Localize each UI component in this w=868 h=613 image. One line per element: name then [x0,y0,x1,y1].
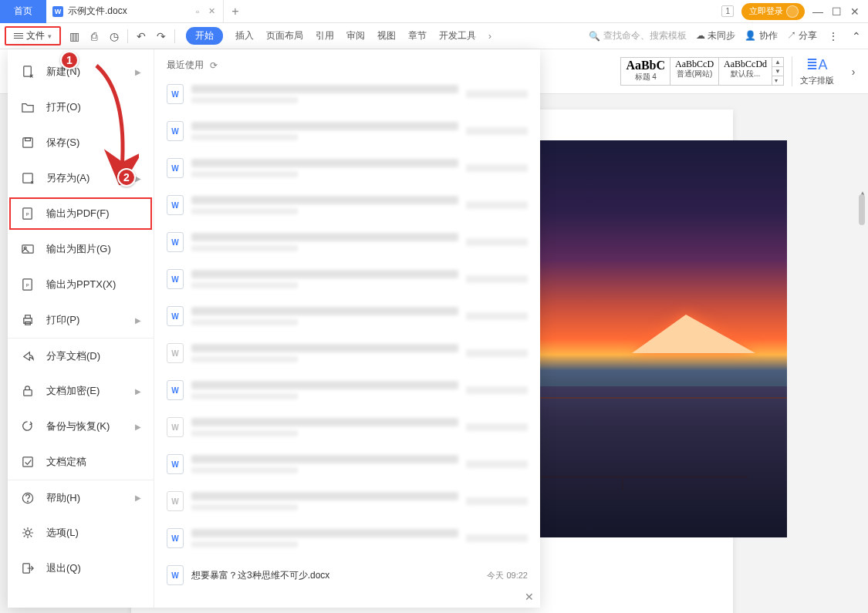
ribbon-tab-视图[interactable]: 视图 [377,29,396,42]
ribbon-tab-开发工具[interactable]: 开发工具 [439,29,476,42]
search-placeholder: 查找命令、搜索模板 [603,29,687,42]
style-普通(网站)[interactable]: AaBbCcD普通(网站) [670,58,719,85]
redo-icon[interactable]: ↷ [154,30,168,42]
ribbon-more-icon[interactable]: › [846,66,860,78]
recent-files-panel: 最近使用 ⟳ WWWWWWWWWWWWWW想要暴富？这3种思维不可少.docx今… [154,49,540,608]
ribbon-tab-审阅[interactable]: 审阅 [346,29,365,42]
annotation-badge-1: 1 [60,51,79,69]
share-button[interactable]: ↗ 分享 [787,29,817,42]
cloud-icon: ☁ [696,30,705,41]
login-label: 立即登录 [749,5,783,17]
file-menu-pptx[interactable]: P输出为PPTX(X) [8,267,154,302]
home-tab[interactable]: 首页 [0,0,46,23]
typeset-label: 文字排版 [800,75,834,86]
quick-preview-icon[interactable]: ◷ [107,30,121,42]
add-tab-button[interactable]: + [224,5,247,19]
window-close-button[interactable]: ✕ [849,5,860,18]
recent-file-item[interactable]: W [164,78,531,110]
command-search[interactable]: 🔍 查找命令、搜索模板 [589,29,687,42]
svg-text:P: P [26,212,29,217]
recent-file-item[interactable]: W [164,152,531,184]
help-icon [20,491,35,505]
tab-close-icon[interactable]: ✕ [208,6,215,16]
login-button[interactable]: 立即登录 [741,3,805,20]
file-menu-final[interactable]: 文档定稿 [8,444,154,480]
svg-point-16 [28,500,29,501]
style-gallery-scroll[interactable]: ▲▼▾ [772,57,784,86]
refresh-icon[interactable]: ⟳ [210,60,218,71]
style-gallery[interactable]: AaBbC标题 4AaBbCcD普通(网站)AaBbCcDd默认段... [620,57,772,86]
ribbon-tab-插入[interactable]: 插入 [235,29,254,42]
recent-file-item[interactable]: W [164,522,531,554]
file-menu-button[interactable]: 文件 ▾ [5,26,61,45]
word-file-icon: W [167,528,184,548]
file-menu-sharedoc[interactable]: 分享文档(D) [8,338,154,373]
recent-file-item[interactable]: W [164,448,531,480]
scrollbar-thumb[interactable] [859,194,865,225]
undo-icon[interactable]: ↶ [134,30,148,42]
chevron-down-icon: ▾ [48,32,52,40]
more-icon[interactable]: ⋮ [826,30,840,42]
backup-icon [20,419,35,433]
chevron-right-icon: ▶ [135,423,141,431]
recent-file-item[interactable]: W [164,263,531,295]
file-menu-exit[interactable]: 退出(Q) [8,551,154,586]
recent-file-item[interactable]: W [164,226,531,258]
recent-file-item[interactable]: W [164,374,531,406]
recent-file-item[interactable]: W想要暴富？这3种思维不可少.docx今天 09:22 [164,559,531,591]
ribbon-tab-章节[interactable]: 章节 [408,29,427,42]
recent-header: 最近使用 [167,59,204,72]
ribbon-tab-引用[interactable]: 引用 [316,29,334,42]
file-menu-item-label: 文档定稿 [46,455,86,469]
recent-file-item[interactable]: W [164,189,531,221]
recent-file-item[interactable]: W [164,300,531,332]
close-recent-icon[interactable]: ✕ [525,591,534,603]
word-file-icon: W [167,306,184,326]
word-file-icon: W [167,84,184,104]
window-count-badge[interactable]: 1 [721,5,734,17]
recent-files-list: WWWWWWWWWWWWWW想要暴富？这3种思维不可少.docx今天 09:22 [164,78,531,591]
print-icon [20,313,35,327]
file-menu-backup[interactable]: 备份与恢复(K)▶ [8,409,154,444]
style-默认段...[interactable]: AaBbCcDd默认段... [719,58,772,85]
file-menu-image[interactable]: 输出为图片(G) [8,231,154,267]
recent-file-item[interactable]: W [164,115,531,147]
svg-rect-13 [24,390,32,396]
exit-icon [20,561,35,575]
window-minimize-button[interactable]: — [812,5,823,18]
recent-file-item[interactable]: W [164,485,531,517]
file-menu-encrypt[interactable]: 文档加密(E)▶ [8,373,154,409]
collapse-ribbon-icon[interactable]: ⌃ [849,30,863,42]
window-maximize-button[interactable]: ☐ [831,5,842,18]
word-file-icon: W [167,195,184,215]
file-menu-options[interactable]: 选项(L) [8,515,154,551]
quick-print-icon[interactable]: ⎙ [87,30,101,42]
vertical-scrollbar[interactable]: ▲ [859,194,866,605]
document-tab[interactable]: W 示例文件.docx ▫ ✕ [46,0,224,23]
svg-point-17 [25,530,30,535]
word-file-icon: W [167,121,184,141]
tab-restore-icon[interactable]: ▫ [196,7,199,16]
word-file-icon: W [167,417,184,437]
style-标题 4[interactable]: AaBbC标题 4 [621,58,670,85]
sync-status[interactable]: ☁ 未同步 [696,29,735,42]
title-bar: 首页 W 示例文件.docx ▫ ✕ + 1 立即登录 — ☐ ✕ [0,0,868,23]
file-menu-pdf[interactable]: P输出为PDF(F) [8,196,154,231]
collab-button[interactable]: 👤 协作 [745,29,777,42]
search-icon: 🔍 [589,31,600,42]
ribbon-tabs-more-icon[interactable]: › [488,31,491,42]
file-menu-help[interactable]: 帮助(H)▶ [8,480,154,515]
chevron-right-icon: ▶ [135,387,141,396]
recent-file-item[interactable]: W [164,411,531,443]
ribbon-tab-页面布局[interactable]: 页面布局 [266,29,303,42]
recent-file-item[interactable]: W [164,337,531,369]
word-file-icon: W [167,380,184,400]
file-menu-item-label: 输出为PPTX(X) [46,278,116,291]
ribbon-tab-开始[interactable]: 开始 [186,27,223,45]
svg-rect-14 [23,457,32,466]
quick-save-icon[interactable]: ▥ [67,30,81,42]
image-icon [20,242,35,256]
new-icon [20,65,35,79]
file-menu-print[interactable]: 打印(P)▶ [8,302,154,338]
text-typeset-button[interactable]: ≣A 文字排版 [792,56,834,86]
